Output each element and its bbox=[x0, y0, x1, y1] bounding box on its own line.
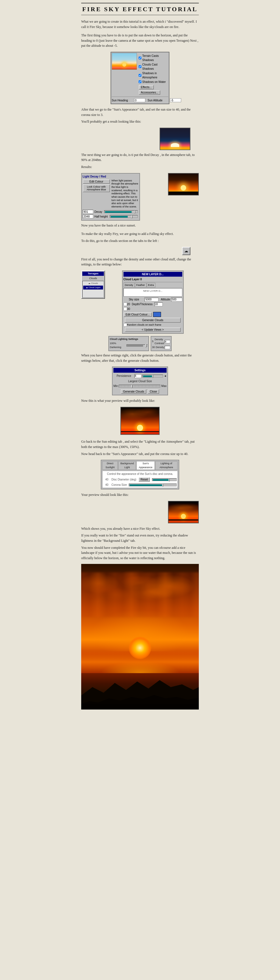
corona-size-row: 40 Corona Size bbox=[103, 483, 177, 487]
sun-appearance-panel-container: Direct Sunlight Background Light Sun's A… bbox=[81, 460, 199, 490]
intro-text: What we are going to create in this tuto… bbox=[81, 19, 199, 29]
sun-preview-container bbox=[81, 128, 190, 150]
decay-field: Decay bbox=[83, 210, 138, 214]
tab-background-light[interactable]: Background Light bbox=[118, 461, 136, 469]
sun-appearance-content: Control the appearance of the Sun's disc… bbox=[102, 471, 178, 488]
fire-sky-preview-image bbox=[120, 407, 160, 435]
terrain-shadows-checkbox[interactable]: Terrain Casts Shadows bbox=[138, 54, 168, 62]
sun-heading-field: Sun Heading bbox=[112, 98, 145, 102]
darkening-field: 100% Darkening bbox=[110, 342, 148, 349]
generate-clouds-popup: Settings Persistence ◄ Largest Cloud Siz… bbox=[112, 366, 168, 395]
sun-preview-image bbox=[160, 128, 190, 150]
terragen-settings-panel: Terrain Casts Shadows Clouds Cast Shadow… bbox=[111, 52, 169, 104]
disc-diameter-row: 40 Disc Diameter (deg) Reset bbox=[103, 477, 177, 482]
update-views-button[interactable]: < Update Views > bbox=[125, 328, 181, 332]
decay-input[interactable] bbox=[83, 210, 93, 214]
edit-colour-button[interactable]: Edit Colour bbox=[83, 180, 110, 184]
sun-appearance-description: Control the appearance of the Sun's disc… bbox=[103, 472, 177, 476]
generate-clouds-button[interactable]: Generate Clouds bbox=[125, 318, 181, 323]
halfheight-slider[interactable] bbox=[110, 215, 138, 218]
sun-altitude-input[interactable] bbox=[170, 98, 181, 102]
light-decay-panel: Light Decay / Red Edit Colour Look Colou… bbox=[81, 173, 163, 221]
largest-cloud-label: Largest Cloud Size bbox=[113, 379, 167, 383]
halfheight-field: Half height bbox=[83, 215, 138, 219]
step2-text: After that we go to the "Sun's Appearanc… bbox=[81, 107, 199, 124]
final-sky-preview-image bbox=[168, 501, 199, 523]
atmosphere-shadows-checkbox[interactable]: Shadows in Atmosphere bbox=[138, 71, 168, 80]
tab-lighting-atmosphere[interactable]: Lighting of Atmosphere bbox=[155, 461, 178, 469]
persistence-input[interactable] bbox=[134, 374, 142, 378]
cloud-colour-swatch bbox=[153, 312, 161, 317]
tab-direct-sunlight[interactable]: Direct Sunlight bbox=[102, 461, 118, 469]
depth-input[interactable] bbox=[154, 302, 163, 306]
density-fields-panel: 5 Density Contrast 30 Density bbox=[151, 336, 172, 351]
final-preview-container bbox=[81, 501, 199, 523]
cloud-lighting-container: Cloud Lighting Settings 100% Darkening 5… bbox=[81, 336, 199, 352]
light-decay-settings-panel: Light Decay / Red Edit Colour Look Colou… bbox=[81, 173, 140, 221]
step1-text: The first thing you have to do is to put… bbox=[81, 33, 199, 48]
persistence-field: Persistence ◄ bbox=[113, 374, 167, 378]
edit-cloud-colour-button[interactable]: Edit Cloud Colour... bbox=[124, 312, 152, 317]
sun-appearance-panel: Direct Sunlight Background Light Sun's A… bbox=[101, 460, 179, 490]
tab-feather[interactable]: Feather bbox=[135, 283, 146, 288]
light-decay-title: Light Decay / Red bbox=[83, 175, 138, 179]
svg-rect-2 bbox=[81, 704, 199, 710]
accessories-button[interactable]: Accessories... bbox=[139, 91, 160, 95]
sun-altitude-field: Sun Altitude bbox=[148, 98, 181, 102]
skysize-field: Sky size Altitude bbox=[124, 298, 182, 302]
decay-slider[interactable] bbox=[104, 210, 138, 213]
clouds-shadows-checkbox[interactable]: Clouds Cast Shadows bbox=[138, 62, 168, 71]
cloud-left-panel: Terragen Clouds ☁ Clouds ☁ Cloud Layer bbox=[81, 270, 105, 299]
fire-sky-preview-container bbox=[81, 407, 199, 436]
effects-button[interactable]: Effects... bbox=[139, 85, 154, 89]
big-final-sky-image bbox=[81, 564, 199, 710]
generate-clouds-popup-container: Settings Persistence ◄ Largest Cloud Siz… bbox=[81, 366, 199, 395]
step3-basis-text: Now you have the basis of a nice sunset. bbox=[81, 223, 199, 228]
page-title: Fire Sky Effect Tutorial bbox=[81, 3, 199, 15]
gen-popup-title: Settings bbox=[113, 368, 167, 373]
sun-heading-input[interactable] bbox=[134, 98, 145, 102]
cloud-settings-container: Terragen Clouds ☁ Clouds ☁ Cloud Layer N… bbox=[81, 270, 199, 334]
checkbox-20[interactable] bbox=[124, 302, 127, 306]
density-contrast-input[interactable] bbox=[165, 340, 170, 343]
halfheight-input[interactable] bbox=[83, 215, 93, 218]
step3-text: The next thing we are going to do, is ti… bbox=[81, 152, 199, 170]
conclusion-text: Which shows you, you already have a nice… bbox=[81, 526, 199, 561]
look-colour-button[interactable]: Look Colour with Atmosphere Blue bbox=[83, 185, 110, 192]
tab-density[interactable]: Density bbox=[124, 283, 135, 288]
tab-suns-appearance[interactable]: Sun's Appearance bbox=[136, 461, 155, 469]
checkbox-30[interactable] bbox=[124, 307, 127, 311]
cloud-lighting-panel: Cloud Lighting Settings 100% Darkening bbox=[108, 336, 149, 352]
step5-text: Go back to the Sun editing tab , and sel… bbox=[81, 439, 199, 457]
random-clouds-checkbox[interactable] bbox=[124, 323, 127, 327]
terragen-settings-container: Terrain Casts Shadows Clouds Cast Shadow… bbox=[81, 52, 199, 104]
cloud-panel-title: NEW LAYER D... bbox=[124, 272, 182, 277]
gen-popup-close-button[interactable]: Close bbox=[148, 390, 159, 394]
reset-button[interactable]: Reset bbox=[138, 477, 150, 482]
light-decay-description: When light passes through the atmosphere… bbox=[111, 179, 138, 208]
water-shadows-checkbox[interactable]: Shadows on Water bbox=[138, 80, 168, 84]
step4-generate-text: When you have these settings right, clic… bbox=[81, 353, 199, 363]
sunset-preview-image bbox=[168, 173, 199, 196]
step4-intro-text: To make the sky really Firy, we are goin… bbox=[81, 231, 199, 243]
altitude-input[interactable] bbox=[171, 298, 182, 302]
gen-popup-generate-button[interactable]: Generate Clouds bbox=[121, 390, 146, 394]
light-decay-container: Light Decay / Red Edit Colour Look Colou… bbox=[81, 173, 199, 221]
clouds-tab-icon: ☁ bbox=[81, 247, 190, 255]
tab-extra[interactable]: Extra bbox=[147, 283, 155, 288]
step4-density-text: First of all, you need to change the den… bbox=[81, 257, 199, 267]
step4-preview-text: Now this is what your preview will proba… bbox=[81, 398, 199, 404]
sun-tabs: Direct Sunlight Background Light Sun's A… bbox=[102, 461, 178, 470]
step5-preview-text: Your preview should look like this: bbox=[81, 492, 199, 498]
cloud-settings-panel: NEW LAYER D... Cloud Layer 0 Density Fea… bbox=[122, 270, 184, 334]
skysize-input[interactable] bbox=[145, 298, 159, 302]
density-input[interactable] bbox=[165, 346, 170, 349]
